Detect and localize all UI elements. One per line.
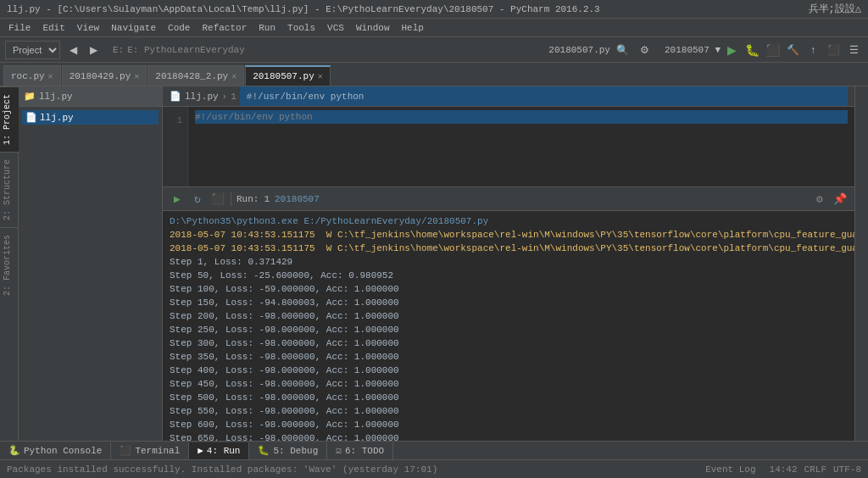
output-line: Step 100, Loss: -59.000000, Acc: 1.00000… bbox=[170, 282, 848, 296]
run-rerun-button[interactable]: ↻ bbox=[190, 192, 205, 207]
tab-close-icon[interactable]: ✕ bbox=[318, 71, 323, 81]
file-icon: 📄 bbox=[170, 91, 181, 102]
vtab-2--favorites[interactable]: 2: Favorites bbox=[0, 227, 19, 303]
run-config-name: 20180507 bbox=[275, 194, 320, 204]
project-panel-header: 📁 llj.py bbox=[19, 86, 162, 107]
output-line: Step 300, Loss: -98.000000, Acc: 1.00000… bbox=[170, 336, 848, 350]
menu-item-window[interactable]: Window bbox=[351, 21, 395, 35]
tree-item-lljpy[interactable]: 📄 llj.py bbox=[22, 110, 159, 125]
menu-item-refactor[interactable]: Refactor bbox=[197, 21, 252, 35]
time-display: 14:42 bbox=[770, 464, 798, 475]
project-label: llj.py bbox=[39, 92, 73, 102]
bottom-tab-terminal[interactable]: ⬛Terminal bbox=[111, 442, 189, 459]
menu-item-vcs[interactable]: VCS bbox=[322, 21, 349, 35]
file-breadcrumb: 📄 llj.py › 1 #!/usr/bin/env python bbox=[163, 86, 854, 107]
forward-button[interactable]: ▶ bbox=[84, 41, 103, 59]
right-sidebar bbox=[854, 86, 868, 441]
code-content[interactable]: #!/usr/bin/env python bbox=[188, 107, 854, 186]
settings-button[interactable]: ⚙ bbox=[636, 41, 654, 59]
run-button[interactable]: ▶ bbox=[722, 41, 741, 59]
stop-button[interactable]: ⬛ bbox=[763, 41, 782, 59]
terminal-button[interactable]: ⬛ bbox=[824, 41, 843, 59]
output-line: Step 400, Loss: -98.000000, Acc: 1.00000… bbox=[170, 364, 848, 377]
code-editor[interactable]: 1 #!/usr/bin/env python bbox=[163, 107, 854, 186]
output-line: Step 550, Loss: -98.000000, Acc: 1.00000… bbox=[170, 404, 848, 418]
output-line: D:\Python35\python3.exe E:/PythoLearnEve… bbox=[170, 214, 848, 228]
tab-label: 20180507.py bbox=[253, 71, 314, 81]
run-play-button[interactable]: ▶ bbox=[170, 192, 185, 207]
run-output[interactable]: D:\Python35\python3.exe E:/PythoLearnEve… bbox=[163, 211, 854, 441]
menu-item-view[interactable]: View bbox=[72, 21, 104, 35]
bottom-tab-icon: ⬛ bbox=[120, 445, 131, 456]
code-line-1: #!/usr/bin/env python bbox=[195, 110, 848, 124]
status-bar: Packages installed successfully. Install… bbox=[0, 459, 868, 478]
output-line: Step 50, Loss: -25.600000, Acc: 0.980952 bbox=[170, 269, 848, 282]
tab-label: roc.py bbox=[11, 71, 45, 81]
output-line: Step 150, Loss: -94.800003, Acc: 1.00000… bbox=[170, 296, 848, 309]
output-line: 2018-05-07 10:43:53.151175 W C:\tf_jenki… bbox=[170, 242, 848, 255]
bottom-tab-icon: ▶ bbox=[198, 445, 203, 456]
menu-item-navigate[interactable]: Navigate bbox=[106, 21, 161, 35]
folder-icon: 📁 bbox=[24, 91, 36, 102]
tab-close-icon[interactable]: ✕ bbox=[231, 71, 236, 81]
run-stop-button[interactable]: ⬛ bbox=[210, 192, 225, 207]
tree-item-label: llj.py bbox=[40, 113, 74, 123]
menu-item-run[interactable]: Run bbox=[253, 21, 281, 35]
line-ending: CRLF bbox=[804, 464, 826, 475]
path-label: E: PythoLearnEveryday bbox=[127, 45, 245, 55]
bottom-tab-6--todo[interactable]: ☑6: TODO bbox=[327, 442, 393, 459]
tab-20180507-py[interactable]: 20180507.py✕ bbox=[245, 65, 331, 86]
menu-item-tools[interactable]: Tools bbox=[282, 21, 320, 35]
vtab-1--project[interactable]: 1: Project bbox=[0, 86, 19, 152]
status-right: Event Log 14:42 CRLF UTF-8 bbox=[705, 464, 861, 475]
back-button[interactable]: ◀ bbox=[64, 41, 82, 59]
bottom-tab-icon: ☑ bbox=[336, 445, 342, 456]
run-panel: ▶ ↻ ⬛ Run: 1 20180507 ⚙ 📌 D:\Python35\py… bbox=[163, 186, 854, 441]
tab-roc-py[interactable]: roc.py✕ bbox=[3, 65, 61, 86]
more-button[interactable]: ☰ bbox=[844, 41, 863, 59]
bottom-tab-5--debug[interactable]: 🐛5: Debug bbox=[249, 442, 327, 459]
bottom-tab-4--run[interactable]: ▶4: Run bbox=[189, 442, 249, 459]
bottom-tab-icon: 🐛 bbox=[258, 445, 270, 456]
project-selector[interactable]: Project bbox=[5, 41, 60, 59]
vcs-button[interactable]: ↑ bbox=[804, 41, 822, 59]
drive-label: E: bbox=[113, 45, 124, 55]
menu-bar: FileEditViewNavigateCodeRefactorRunTools… bbox=[0, 19, 868, 37]
menu-item-edit[interactable]: Edit bbox=[37, 21, 70, 35]
build-button[interactable]: 🔨 bbox=[783, 41, 802, 59]
toolbar: Project ◀ ▶ E: E: PythoLearnEveryday 201… bbox=[0, 37, 868, 63]
bottom-tab-python-console[interactable]: 🐍Python Console bbox=[0, 442, 111, 459]
output-line: Step 1, Loss: 0.371429 bbox=[170, 255, 848, 269]
debug-button[interactable]: 🐛 bbox=[743, 41, 761, 59]
menu-item-code[interactable]: Code bbox=[163, 21, 195, 35]
output-line: 2018-05-07 10:43:53.151175 W C:\tf_jenki… bbox=[170, 228, 848, 242]
bottom-tab-label: Terminal bbox=[135, 446, 180, 456]
status-message: Packages installed successfully. Install… bbox=[7, 464, 437, 475]
title-bar: llj.py - [C:\Users\Sulayman\AppData\Loca… bbox=[0, 0, 868, 19]
title-text: llj.py - [C:\Users\Sulayman\AppData\Loca… bbox=[7, 4, 600, 14]
breadcrumb-code: #!/usr/bin/env python bbox=[247, 92, 364, 102]
project-panel: 📁 llj.py 📄 llj.py bbox=[19, 86, 163, 441]
window-controls[interactable]: 兵半;設設△ bbox=[809, 2, 861, 16]
tab-close-icon[interactable]: ✕ bbox=[134, 71, 139, 81]
vtab-2--structure[interactable]: 2: Structure bbox=[0, 152, 19, 227]
event-log-button[interactable]: Event Log bbox=[705, 464, 755, 475]
bottom-tab-label: Python Console bbox=[24, 446, 102, 456]
search-button[interactable]: 🔍 bbox=[614, 41, 632, 59]
run-pin-button[interactable]: 📌 bbox=[832, 192, 848, 207]
output-line: Step 250, Loss: -98.000000, Acc: 1.00000… bbox=[170, 323, 848, 336]
tab-20180429-py[interactable]: 20180429.py✕ bbox=[62, 65, 147, 86]
line-indicator: 1 bbox=[231, 92, 236, 102]
code-preview: #!/usr/bin/env python bbox=[240, 86, 848, 106]
tab-bar: roc.py✕20180429.py✕20180428_2.py✕2018050… bbox=[0, 63, 868, 86]
encoding: UTF-8 bbox=[833, 464, 861, 475]
tab-close-icon[interactable]: ✕ bbox=[48, 71, 53, 81]
breadcrumb-sep: › bbox=[222, 92, 228, 102]
menu-item-help[interactable]: Help bbox=[397, 21, 429, 35]
status-left: Packages installed successfully. Install… bbox=[7, 464, 437, 475]
bottom-tab-label: 4: Run bbox=[207, 446, 241, 456]
output-line: Step 650, Loss: -98.000000, Acc: 1.00000… bbox=[170, 431, 848, 441]
menu-item-file[interactable]: File bbox=[3, 21, 36, 35]
tab-20180428_2-py[interactable]: 20180428_2.py✕ bbox=[147, 65, 244, 86]
run-settings-button[interactable]: ⚙ bbox=[812, 192, 827, 207]
